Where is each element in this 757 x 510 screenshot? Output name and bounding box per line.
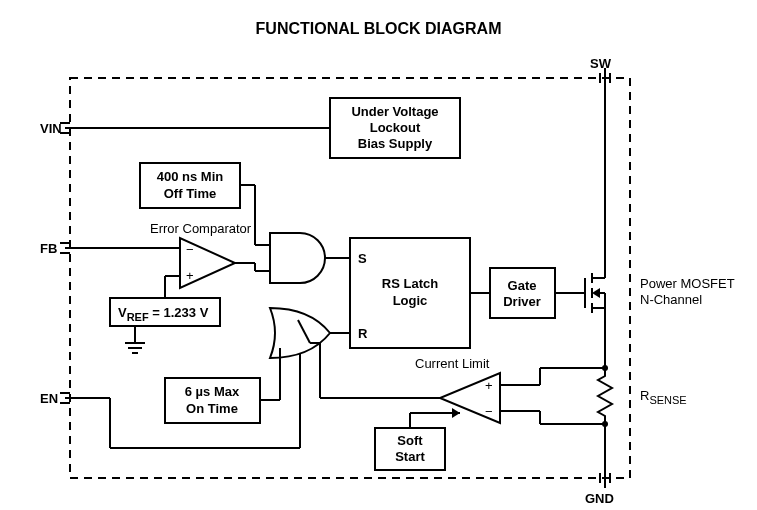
off-time-l2: Off Time xyxy=(164,186,217,201)
on-time-l2: On Time xyxy=(186,401,238,416)
pin-sw: SW xyxy=(590,56,612,71)
error-comparator-label: Error Comparator xyxy=(150,221,252,236)
rsense-label: RSENSE xyxy=(640,388,687,406)
comp-minus-1: − xyxy=(186,242,194,257)
rs-latch-l1: RS Latch xyxy=(382,276,438,291)
svg-marker-36 xyxy=(592,288,600,298)
current-limit-label: Current Limit xyxy=(415,356,490,371)
on-time-l1: 6 µs Max xyxy=(185,384,240,399)
uvlo-line1: Under Voltage xyxy=(351,104,438,119)
gate-driver-block xyxy=(490,268,555,318)
mosfet-label-l1: Power MOSFET xyxy=(640,276,735,291)
pin-gnd: GND xyxy=(585,491,614,506)
gate-driver-l2: Driver xyxy=(503,294,541,309)
pin-vin: VIN xyxy=(40,121,62,136)
pin-en: EN xyxy=(40,391,58,406)
comp-minus-2: − xyxy=(485,404,493,419)
page-title: FUNCTIONAL BLOCK DIAGRAM xyxy=(20,20,737,38)
mosfet-label-l2: N-Channel xyxy=(640,292,702,307)
svg-marker-60 xyxy=(452,408,460,418)
comp-plus-2: + xyxy=(485,378,493,393)
comp-plus-1: + xyxy=(186,268,194,283)
soft-start-l1: Soft xyxy=(397,433,423,448)
block-diagram: VIN FB EN SW GND Under Voltage Lockout B… xyxy=(20,48,740,508)
and-gate xyxy=(270,233,325,283)
rs-latch-r: R xyxy=(358,326,368,341)
rs-latch-l2: Logic xyxy=(393,293,428,308)
pin-fb: FB xyxy=(40,241,57,256)
soft-start-l2: Start xyxy=(395,449,425,464)
gate-driver-l1: Gate xyxy=(508,278,537,293)
uvlo-line2: Lockout xyxy=(370,120,421,135)
rs-latch-s: S xyxy=(358,251,367,266)
mosfet-symbol xyxy=(585,273,605,313)
uvlo-line3: Bias Supply xyxy=(358,136,433,151)
off-time-l1: 400 ns Min xyxy=(157,169,224,184)
